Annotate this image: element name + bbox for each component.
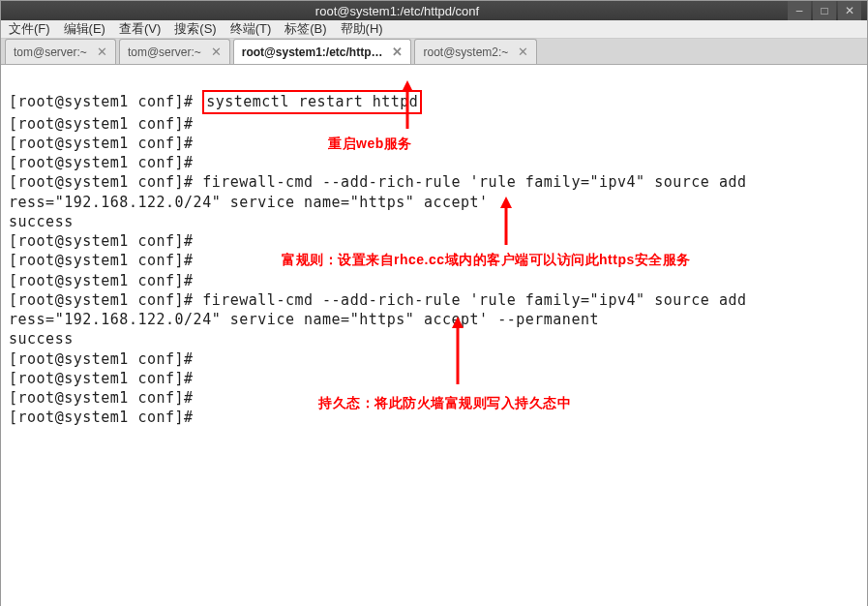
menu-search[interactable]: 搜索(S) [174, 20, 216, 38]
prompt: [root@system1 conf]# [9, 232, 194, 250]
annotation-text: 持久态：将此防火墙富规则写入持久态中 [318, 394, 571, 412]
prompt: [root@system1 conf]# [9, 291, 194, 309]
maximize-button[interactable]: □ [813, 1, 836, 20]
titlebar: root@system1:/etc/httpd/conf – □ ✕ [1, 1, 867, 20]
prompt: [root@system1 conf]# [9, 389, 194, 407]
prompt: [root@system1 conf]# [9, 135, 194, 152]
arrow-icon [496, 197, 516, 253]
tab-label: root@system2:~ [423, 45, 508, 59]
highlighted-command: systemctl restart httpd [202, 90, 422, 113]
tab-4[interactable]: root@system2:~ ✕ [414, 39, 537, 64]
prompt: [root@system1 conf]# [9, 350, 194, 368]
close-icon[interactable]: ✕ [392, 45, 403, 59]
tab-label: root@system1:/etc/http… [242, 45, 383, 59]
prompt: [root@system1 conf]# [9, 173, 194, 191]
output-text: success [9, 330, 74, 348]
window: root@system1:/etc/httpd/conf – □ ✕ 文件(F)… [0, 0, 868, 606]
menu-tabs[interactable]: 标签(B) [284, 20, 326, 38]
tab-3[interactable]: root@system1:/etc/http… ✕ [233, 39, 412, 64]
annotation-text: 重启web服务 [328, 135, 412, 153]
menu-terminal[interactable]: 终端(T) [230, 20, 272, 38]
command-text: firewall-cmd --add-rich-rule 'rule famil… [202, 173, 746, 191]
tab-1[interactable]: tom@server:~ ✕ [5, 39, 116, 64]
menubar: 文件(F) 编辑(E) 查看(V) 搜索(S) 终端(T) 标签(B) 帮助(H… [1, 20, 867, 39]
close-icon[interactable]: ✕ [211, 45, 222, 59]
close-icon[interactable]: ✕ [518, 45, 528, 59]
prompt: [root@system1 conf]# [9, 115, 194, 133]
menu-view[interactable]: 查看(V) [119, 20, 161, 38]
prompt: [root@system1 conf]# [9, 252, 194, 269]
tab-label: tom@server:~ [128, 45, 201, 59]
window-controls: – □ ✕ [788, 1, 861, 20]
menu-help[interactable]: 帮助(H) [341, 20, 383, 38]
command-text: ress="192.168.122.0/24" service name="ht… [9, 194, 489, 211]
command-text: ress="192.168.122.0/24" service name="ht… [9, 311, 599, 328]
close-icon[interactable]: ✕ [97, 45, 107, 59]
svg-marker-3 [500, 197, 512, 208]
prompt: [root@system1 conf]# [9, 272, 194, 289]
minimize-button[interactable]: – [788, 1, 811, 20]
tab-label: tom@server:~ [14, 45, 87, 59]
tabbar: tom@server:~ ✕ tom@server:~ ✕ root@syste… [1, 39, 867, 65]
prompt: [root@system1 conf]# [9, 409, 194, 426]
close-button[interactable]: ✕ [838, 1, 861, 20]
tab-2[interactable]: tom@server:~ ✕ [119, 39, 230, 64]
annotation-text: 富规则：设置来自rhce.cc域内的客户端可以访问此https安全服务 [282, 251, 691, 269]
prompt: [root@system1 conf]# [9, 93, 194, 110]
output-text: success [9, 213, 74, 230]
menu-edit[interactable]: 编辑(E) [64, 20, 105, 38]
window-title: root@system1:/etc/httpd/conf [7, 4, 788, 18]
terminal-content[interactable]: [root@system1 conf]# systemctl restart h… [1, 65, 867, 606]
prompt: [root@system1 conf]# [9, 370, 194, 387]
command-text: firewall-cmd --add-rich-rule 'rule famil… [202, 291, 746, 309]
prompt: [root@system1 conf]# [9, 154, 194, 171]
menu-file[interactable]: 文件(F) [9, 20, 50, 38]
